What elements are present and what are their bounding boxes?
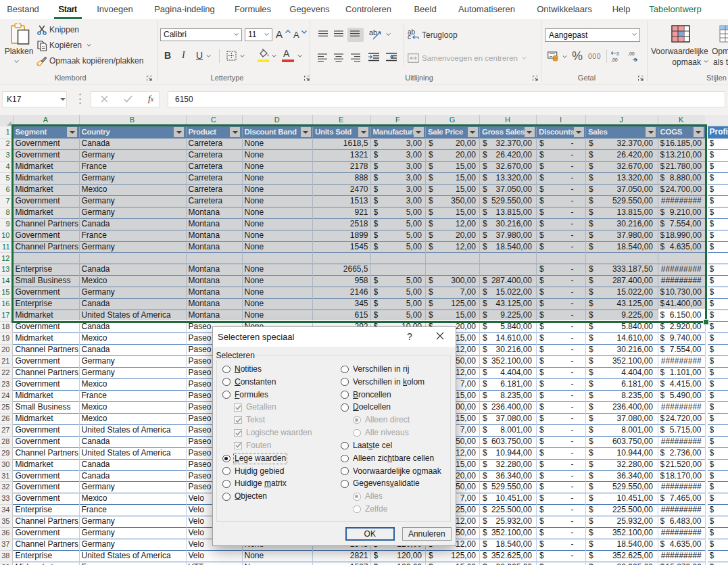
svg-text:,00: ,00 (628, 51, 635, 56)
svg-text:,00: ,00 (611, 57, 618, 62)
svg-text:0: 0 (616, 51, 619, 56)
svg-text:0: 0 (633, 57, 636, 62)
